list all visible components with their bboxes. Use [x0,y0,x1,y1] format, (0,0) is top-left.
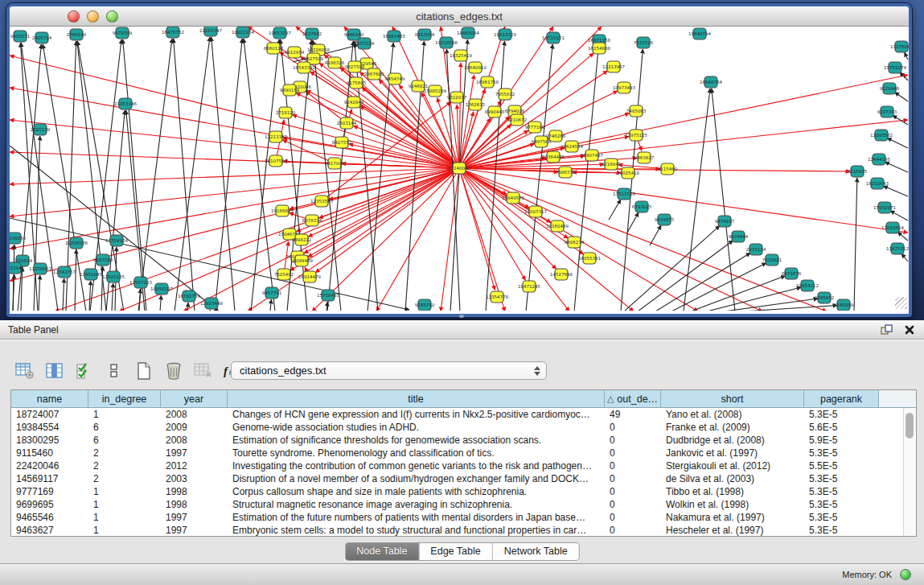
table-cell[interactable]: 1 [88,408,161,421]
table-cell[interactable]: 1 [88,524,161,537]
network-node[interactable]: 14527698 [550,269,573,280]
node-table[interactable]: namein_degreeyeartitle△out_de…shortpager… [10,389,917,537]
close-panel-icon[interactable] [901,323,918,337]
table-cell[interactable]: 1997 [161,511,228,524]
table-row[interactable]: 1830029562008Estimation of significance … [11,434,916,447]
network-node[interactable]: 8990448 [485,106,505,117]
table-cell[interactable]: 0 [605,421,661,434]
network-node[interactable]: 11156853 [29,263,51,274]
network-node[interactable]: 2405714 [32,32,52,43]
network-node[interactable]: 9405571 [10,31,31,42]
network-node[interactable]: 10807487 [581,150,603,161]
network-node[interactable]: 16154808 [588,43,610,54]
network-node[interactable]: 9474197 [715,216,735,227]
network-node[interactable]: 7485063 [626,105,647,117]
new-column-icon[interactable] [133,360,154,381]
network-node[interactable]: 19613729 [494,29,516,40]
table-cell[interactable]: 2008 [161,408,228,421]
network-window-titlebar[interactable]: citations_edges.txt [10,6,909,27]
network-node[interactable]: 12213967 [602,61,625,72]
network-node[interactable]: 11176044 [890,41,909,52]
memory-ok-indicator[interactable] [900,569,911,580]
table-cell[interactable]: 5.3E-5 [804,408,879,421]
splitter-handle[interactable] [459,315,464,318]
column-header-out_de[interactable]: △out_de… [605,390,661,408]
network-node[interactable]: 16476752 [162,27,184,38]
table-cell[interactable]: 1997 [161,447,228,459]
table-selector-dropdown[interactable]: citations_edges.txt [231,361,547,380]
network-node[interactable]: 9245089 [834,299,854,311]
float-window-icon[interactable] [879,323,895,337]
row-height-icon[interactable] [104,360,125,381]
network-node[interactable]: 2718120 [276,107,296,118]
network-node[interactable]: 2867608 [364,68,384,80]
table-cell[interactable]: Wolkin et al. (1998) [661,498,804,511]
network-node[interactable]: 16055361 [578,253,601,264]
delete-table-icon[interactable] [193,360,214,381]
network-node[interactable]: 10958107 [150,283,173,295]
network-node[interactable]: 11451945 [80,269,102,280]
table-cell[interactable]: Tibbo et al. (1998) [661,485,804,498]
table-cell[interactable]: Nakamura et al. (1997) [661,511,804,524]
table-cell[interactable]: 19384554 [11,421,88,434]
table-cell[interactable]: 1 [88,485,161,498]
network-view-window[interactable]: citations_edges.txt 94055712405714276914… [6,3,912,317]
network-node[interactable]: 17511526 [613,188,635,200]
table-cell[interactable]: Estimation of the future numbers of pati… [228,511,605,524]
table-row[interactable]: 911546021997Tourette syndrome. Phenomeno… [11,447,916,459]
table-options-icon[interactable] [14,360,35,381]
table-cell[interactable]: 1997 [161,524,228,537]
table-cell[interactable]: 5.3E-5 [804,472,879,485]
table-cell[interactable]: 2008 [161,434,228,447]
network-node[interactable]: 9979399 [113,27,133,39]
column-header-pagerank[interactable]: pagerank [804,390,879,408]
window-zoom-button[interactable] [106,10,118,23]
table-cell[interactable]: 14569117 [11,472,88,485]
table-cell[interactable]: 6 [88,421,161,434]
network-node[interactable]: 12342757 [53,266,76,278]
tab-node-table[interactable]: Node Table [345,543,419,560]
network-node[interactable]: 11675312 [886,243,909,254]
table-cell[interactable]: 5.3E-5 [804,498,879,511]
table-cell[interactable]: Estimation of significance thresholds fo… [228,434,605,447]
table-cell[interactable]: 5.3E-5 [804,511,879,524]
table-cell[interactable]: 1 [88,511,161,524]
tab-edge-table[interactable]: Edge Table [419,543,492,560]
table-cell[interactable]: 5.3E-5 [804,524,879,537]
table-cell[interactable]: 6 [88,434,161,447]
table-cell[interactable]: Dudbridge et al. (2008) [661,434,804,447]
table-cell[interactable]: Jankovic et al. (1997) [661,447,804,459]
table-cell[interactable]: 9699695 [11,498,88,511]
network-node[interactable]: 10471245 [518,281,540,292]
network-node[interactable]: 10653287 [269,27,291,39]
table-cell[interactable]: 0 [605,485,661,498]
table-cell[interactable]: Structural magnetic resonance image aver… [228,498,605,511]
network-node[interactable]: 15751074 [884,62,906,73]
table-cell[interactable]: 2003 [161,472,228,485]
table-cell[interactable]: de Silva et al. (2003) [661,472,804,485]
table-cell[interactable]: 0 [605,498,661,511]
network-node[interactable]: 9245710 [415,299,435,311]
network-node[interactable]: 8813054 [415,29,435,40]
table-row[interactable]: 1938455462009Genome-wide association stu… [11,421,916,434]
network-node[interactable]: 20364436 [542,151,565,163]
table-cell[interactable]: 2009 [161,421,228,434]
column-header-title[interactable]: title [228,390,605,408]
table-row[interactable]: 946362711997Embryonic stem cells: a mode… [11,524,916,537]
network-node[interactable]: 12505135 [102,271,125,282]
network-node[interactable]: 18325419 [450,50,472,61]
table-cell[interactable]: Disruption of a novel member of a sodium… [228,472,605,485]
network-node[interactable]: 21053346 [114,98,137,109]
row-selection-icon[interactable] [74,360,95,381]
table-cell[interactable]: 0 [605,472,661,485]
network-node[interactable]: 10654112 [796,280,819,291]
column-header-in_degree[interactable]: in_degree [88,390,161,408]
network-node[interactable]: 12975125 [625,130,647,141]
network-node[interactable]: 1527602 [302,28,322,39]
table-cell[interactable]: 0 [605,434,661,447]
network-node[interactable]: 8215935 [848,166,868,177]
network-node[interactable]: 9457791 [262,287,282,299]
table-row[interactable]: 1872400712008Changes of HCN gene express… [11,408,916,421]
table-cell[interactable]: Investigating the contribution of common… [228,459,605,472]
network-node[interactable]: 2769140 [67,29,87,40]
